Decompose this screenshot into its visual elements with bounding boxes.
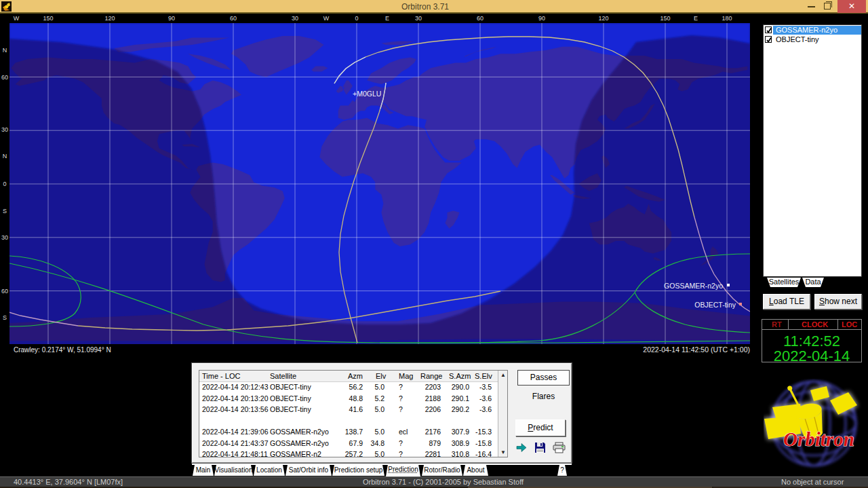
svg-text:150: 150 [43, 15, 53, 22]
svg-text:0: 0 [3, 181, 6, 187]
svg-text:60: 60 [1, 74, 8, 81]
svg-text:E: E [385, 15, 389, 22]
svg-text:90: 90 [168, 15, 175, 22]
svg-text:2022-04-14 11:42:50 (UTC +1:00: 2022-04-14 11:42:50 (UTC +1:00) [643, 345, 750, 354]
svg-text:GOSSAMER-n2yo: GOSSAMER-n2yo [664, 282, 723, 290]
svg-text:120: 120 [598, 15, 608, 22]
svg-text:0: 0 [355, 15, 358, 22]
svg-text:60: 60 [477, 15, 484, 22]
svg-text:N: N [3, 47, 7, 54]
svg-text:30: 30 [1, 234, 8, 241]
svg-text:180: 180 [722, 15, 732, 22]
svg-text:60: 60 [230, 15, 237, 22]
svg-text:30: 30 [415, 15, 422, 22]
svg-text:W: W [323, 15, 330, 22]
svg-text:30: 30 [1, 126, 8, 133]
svg-text:120: 120 [104, 15, 115, 22]
svg-text:90: 90 [538, 15, 545, 22]
svg-text:150: 150 [660, 15, 670, 22]
svg-text:S: S [3, 314, 7, 321]
svg-text:Orbitron: Orbitron [783, 428, 854, 450]
svg-text:+M0GLU: +M0GLU [353, 90, 381, 98]
svg-text:60: 60 [1, 288, 8, 295]
svg-text:Crawley: 0.2174° W, 51.0994° N: Crawley: 0.2174° W, 51.0994° N [14, 346, 111, 354]
svg-text:N: N [3, 153, 7, 159]
svg-text:S: S [3, 208, 7, 214]
svg-text:E: E [694, 15, 698, 22]
svg-text:W: W [14, 15, 20, 22]
svg-text:30: 30 [292, 15, 298, 22]
svg-text:OBJECT-tiny: OBJECT-tiny [694, 301, 736, 309]
